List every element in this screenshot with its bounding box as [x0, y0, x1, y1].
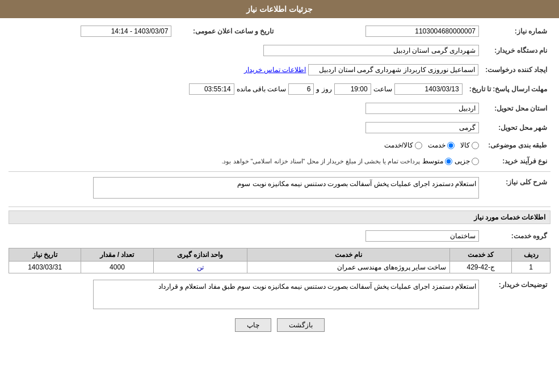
shahrTahvil-input[interactable]: [365, 122, 479, 133]
namDastgah-input[interactable]: [263, 45, 479, 56]
shomareNiaz-input[interactable]: [365, 26, 479, 37]
ijadKonande-label: ایجاد کننده درخواست:: [482, 62, 550, 77]
tosifatKharidar-label: توضیحات خریدار:: [482, 278, 550, 313]
cell-vahed: تن: [153, 262, 247, 273]
groheKhadamat-input[interactable]: [365, 230, 479, 242]
mohlatRoz-input[interactable]: [288, 83, 314, 95]
noeFarayand-notice: پرداخت تمام یا بخشی از مبلغ خریدار از مح…: [221, 158, 420, 165]
cell-nam: ساخت سایر پروژه‌های مهندسی عمران: [247, 262, 450, 273]
table-row: 1 ج-42-429 ساخت سایر پروژه‌های مهندسی عم…: [9, 262, 550, 273]
page-header: جزئیات اطلاعات نیاز: [0, 0, 559, 18]
tosifatKharidar-textarea[interactable]: استعلام دستمزد اجرای عملیات پخش آسفالت ب…: [93, 280, 479, 309]
sharhKolli-textarea[interactable]: استعلام دستمزد اجرای عملیات پخش آسفالت ب…: [93, 177, 479, 199]
radio-jozi[interactable]: جزیی: [455, 157, 479, 165]
roz-label: روز و: [316, 85, 331, 93]
col-vahed: واحد اندازه گیری: [153, 248, 247, 262]
namDastgah-label: نام دستگاه خریدار:: [482, 43, 550, 58]
baghimande-label: ساعت باقی مانده: [237, 85, 287, 93]
radio-kala[interactable]: کالا: [460, 141, 479, 149]
tarifBandi-label: طبقه بندی موضوعی:: [482, 140, 550, 151]
shomareNiaz-label: شماره نیاز:: [482, 24, 550, 39]
ijadKonande-input[interactable]: [308, 64, 478, 75]
saat-label: ساعت: [373, 85, 392, 93]
col-tedad: تعداد / مقدار: [81, 248, 153, 262]
mohlatBaghimande-input[interactable]: [189, 83, 234, 95]
mohlatErsalPasokh-label: مهلت ارسال پاسخ: تا تاریخ:: [466, 82, 550, 96]
services-table: ردیف کد خدمت نام خدمت واحد اندازه گیری ت…: [9, 248, 550, 273]
ostanTahvil-label: استان محل تحویل:: [482, 101, 550, 116]
radio-kala-khadamat[interactable]: کالا/خدمت: [384, 141, 422, 149]
groheKhadamat-label: گروه خدمت:: [482, 229, 550, 243]
cell-kod: ج-42-429: [450, 262, 512, 273]
tarikh-input[interactable]: [81, 26, 171, 37]
ostanTahvil-input[interactable]: [365, 103, 479, 114]
cell-tarikh: 1403/03/31: [9, 262, 81, 273]
mohlatSaat-input[interactable]: [334, 83, 371, 95]
col-kod: کد خدمت: [450, 248, 512, 262]
radio-motavaset[interactable]: متوسط: [422, 157, 452, 165]
bazgasht-button[interactable]: بازگشت: [277, 318, 325, 332]
radio-khadamat[interactable]: خدمت: [428, 141, 455, 149]
cell-tedad: 4000: [81, 262, 153, 273]
chap-button[interactable]: چاپ: [235, 318, 271, 332]
col-nam: نام خدمت: [247, 248, 450, 262]
button-row: چاپ بازگشت: [9, 318, 550, 332]
col-radif: ردیف: [512, 248, 550, 262]
page-title: جزئیات اطلاعات نیاز: [246, 5, 313, 14]
etelaat-tamas-link[interactable]: اطلاعات تماس خریدار: [244, 66, 306, 74]
cell-radif: 1: [512, 262, 550, 273]
noeFarayand-label: نوع فرآیند خرید:: [482, 155, 550, 167]
khadamat-section-title: اطلاعات خدمات مورد نیاز: [9, 210, 550, 224]
sharhKolli-label: شرح کلی نیاز:: [482, 175, 550, 202]
shahrTahvil-label: شهر محل تحویل:: [482, 120, 550, 135]
tarikh-label: تاریخ و ساعت اعلان عمومی:: [175, 24, 277, 39]
mohlatDate-input[interactable]: [394, 83, 463, 95]
col-tarikh: تاریخ نیاز: [9, 248, 81, 262]
